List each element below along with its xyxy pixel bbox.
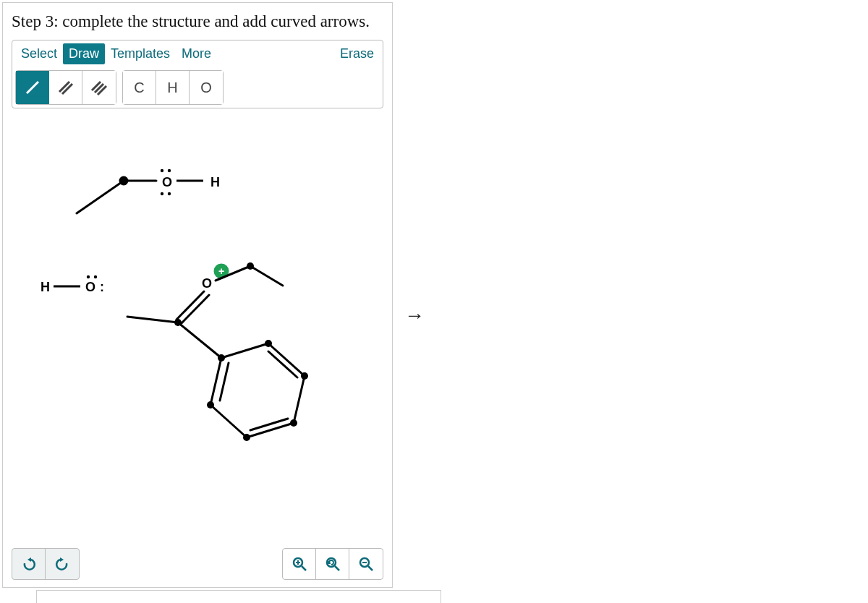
single-bond-icon <box>24 79 41 96</box>
svg-text:H: H <box>210 175 220 189</box>
svg-point-46 <box>301 372 308 380</box>
double-bond-tool[interactable] <box>49 71 82 104</box>
svg-line-41 <box>250 419 288 430</box>
zoom-out-icon <box>358 556 374 572</box>
triple-bond-icon <box>90 79 108 96</box>
svg-line-55 <box>368 566 373 570</box>
svg-line-0 <box>27 82 38 93</box>
single-bond-tool[interactable] <box>16 71 49 104</box>
zoom-reset-button[interactable] <box>316 549 349 579</box>
instruction-step-3: Step 3: complete the structure and add c… <box>12 10 383 33</box>
svg-line-38 <box>268 343 305 376</box>
drawing-canvas[interactable]: O H H O : O + <box>12 108 383 548</box>
erase-button[interactable]: Erase <box>334 43 380 64</box>
instruction-step-4: Step 4: complete the structure to draw t… <box>46 598 432 603</box>
svg-point-10 <box>161 169 163 172</box>
svg-text:O: O <box>162 175 172 189</box>
molecule-step-3: O H H O : O + <box>12 108 388 470</box>
zoom-reset-icon <box>325 556 341 572</box>
svg-point-47 <box>265 340 272 347</box>
svg-line-49 <box>302 566 306 570</box>
undo-button[interactable] <box>12 549 46 579</box>
redo-button[interactable] <box>46 549 79 579</box>
svg-line-32 <box>178 322 221 358</box>
panel-step-3: Step 3: complete the structure and add c… <box>2 2 393 588</box>
redo-icon <box>54 556 70 572</box>
zoom-in-button[interactable] <box>283 549 316 579</box>
atom-tools: C H O <box>122 70 224 105</box>
svg-text:O: O <box>202 276 212 291</box>
tab-more[interactable]: More <box>176 43 217 64</box>
tab-draw[interactable]: Draw <box>63 43 105 64</box>
svg-line-35 <box>210 405 247 437</box>
svg-point-12 <box>161 192 163 195</box>
carbon-tool[interactable]: C <box>123 71 156 104</box>
svg-line-39 <box>221 343 268 358</box>
svg-point-13 <box>168 192 171 195</box>
svg-point-44 <box>243 434 250 441</box>
hydrogen-tool[interactable]: H <box>156 71 190 104</box>
svg-point-11 <box>168 169 171 172</box>
tab-templates[interactable]: Templates <box>105 43 176 64</box>
double-bond-icon <box>57 79 75 96</box>
zoom-out-button[interactable] <box>349 549 383 579</box>
oxygen-tool[interactable]: O <box>190 71 223 104</box>
svg-text:H: H <box>41 280 50 294</box>
bond-tools <box>15 70 116 105</box>
triple-bond-tool[interactable] <box>82 71 116 104</box>
tab-select[interactable]: Select <box>15 43 63 64</box>
reaction-arrow: → <box>396 304 433 327</box>
svg-line-37 <box>294 376 305 423</box>
svg-line-53 <box>335 566 339 570</box>
svg-text:+: + <box>218 265 224 277</box>
svg-line-29 <box>250 266 283 286</box>
canvas-bottom-bar <box>12 548 383 580</box>
undo-icon <box>21 556 37 572</box>
svg-text::: : <box>100 280 104 294</box>
svg-point-43 <box>207 401 214 409</box>
svg-text:O: O <box>85 280 95 294</box>
drawing-toolbar: Select Draw Templates More Erase C H <box>12 40 383 108</box>
svg-line-31 <box>127 317 178 322</box>
svg-point-20 <box>94 275 97 278</box>
zoom-in-icon <box>292 556 307 572</box>
svg-point-19 <box>87 275 90 278</box>
panel-step-4: Step 4: complete the structure to draw t… <box>36 590 441 603</box>
svg-point-45 <box>290 419 297 427</box>
svg-line-6 <box>77 181 124 213</box>
svg-line-40 <box>220 363 229 401</box>
history-tools <box>12 548 80 580</box>
zoom-tools <box>282 548 383 580</box>
